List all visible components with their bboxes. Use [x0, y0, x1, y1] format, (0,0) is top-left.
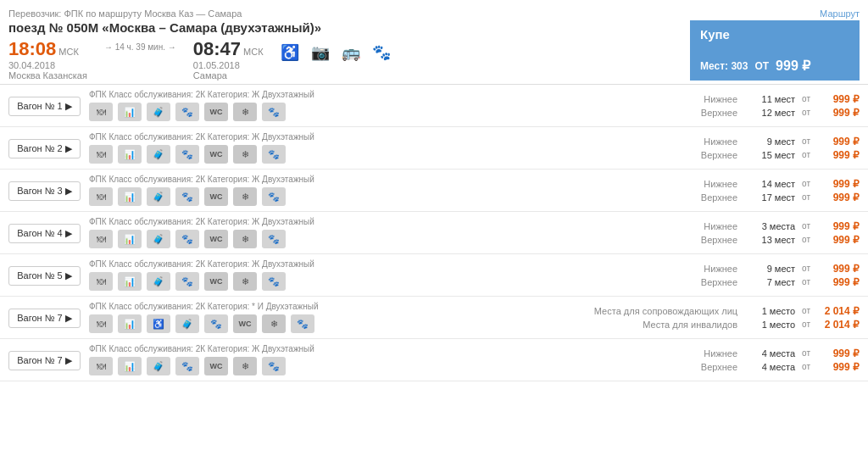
depart-tz: МСК — [58, 47, 79, 57]
wagon-button-5[interactable]: Вагон № 5 ▶ — [8, 266, 81, 286]
from-label: от — [802, 235, 810, 244]
wagon-prices: Места для сопровождающих лиц1 местоот2 0… — [568, 302, 860, 333]
wagon-meta: ФПК Класс обслуживания: 2К Категория: Ж … — [89, 90, 631, 99]
wagon-icon-0: 🍽 — [89, 272, 113, 291]
wagon-icon-1: 📊 — [118, 230, 142, 248]
wagon-row: Вагон № 3 ▶ФПК Класс обслуживания: 2К Ка… — [0, 170, 868, 212]
price-row-1: Места для инвалидов1 местоот2 014 ₽ — [643, 319, 860, 331]
from-label: от — [802, 362, 810, 371]
seat-count: 4 места — [744, 348, 795, 359]
wagon-icon-1: 📊 — [118, 145, 142, 164]
seat-type: Верхнее — [691, 192, 737, 203]
price-row-1: Верхнее15 местот999 ₽ — [691, 149, 860, 161]
wagon-icon-0: 🍽 — [89, 187, 113, 206]
wagon-meta: ФПК Класс обслуживания: 2К Категория: Ж … — [89, 175, 631, 184]
wagon-amenity-icons: 🍽📊🧳🐾WC❄🐾 — [89, 272, 631, 291]
kupe-label: Купе — [700, 27, 730, 42]
price-row-0: Нижнее11 местот999 ₽ — [691, 93, 860, 105]
price-row-1: Верхнее7 местот999 ₽ — [691, 276, 860, 288]
wagon-icon-2: 🧳 — [147, 272, 170, 291]
price-value: 999 ₽ — [817, 136, 860, 147]
seat-count: 9 мест — [744, 264, 795, 274]
wagon-button-2[interactable]: Вагон № 2 ▶ — [8, 139, 81, 158]
wagon-button-3[interactable]: Вагон № 3 ▶ — [8, 181, 81, 201]
wagon-icon-3: 🐾 — [175, 230, 199, 248]
wagon-icon-6: 🐾 — [262, 187, 286, 206]
route-link[interactable]: Маршрут — [820, 8, 860, 19]
from-label: от — [802, 94, 810, 103]
seat-type: Нижнее — [691, 348, 737, 359]
wagon-meta: ФПК Класс обслуживания: 2К Категория: Ж … — [89, 259, 631, 269]
wagon-icon-6: 🐾 — [262, 230, 286, 248]
seat-type: Нижнее — [691, 221, 737, 231]
wagon-row: Вагон № 7 ▶ФПК Класс обслуживания: 2К Ка… — [0, 339, 868, 381]
wagon-button-6[interactable]: Вагон № 7 ▶ — [8, 309, 81, 328]
from-label: от — [802, 136, 810, 146]
wagon-button-7[interactable]: Вагон № 7 ▶ — [8, 351, 81, 370]
wagon-amenity-icons: 🍽📊♿🧳🐾WC❄🐾 — [89, 314, 559, 333]
price-value: 999 ₽ — [817, 276, 860, 288]
wagon-icon-3: 🐾 — [175, 357, 199, 375]
wagon-amenity-icons: 🍽📊🧳🐾WC❄🐾 — [89, 357, 631, 375]
wagon-meta: ФПК Класс обслуживания: 2К Категория: Ж … — [89, 344, 631, 353]
wagon-icon-4: WC — [204, 187, 228, 206]
from-label: от — [802, 348, 810, 358]
wagon-icon-5: ❄ — [233, 145, 257, 164]
price-value: 999 ₽ — [817, 178, 860, 190]
wagon-icon-4: 🐾 — [204, 314, 228, 333]
seat-count: 11 мест — [744, 94, 795, 104]
from-label: от — [802, 264, 810, 273]
seat-type: Места для сопровождающих лиц — [568, 306, 737, 316]
wagon-amenity-icons: 🍽📊🧳🐾WC❄🐾 — [89, 187, 631, 206]
wagon-icon-1: 📊 — [118, 272, 142, 291]
kupe-from: ОТ — [754, 60, 769, 72]
carrier-label: Перевозчик: ФПК по маршруту Москва Каз —… — [8, 8, 242, 19]
seat-type: Верхнее — [691, 235, 737, 245]
seat-type: Нижнее — [691, 179, 737, 189]
wagon-icon-2: 🧳 — [147, 187, 170, 206]
wagon-amenity-icons: 🍽📊🧳🐾WC❄🐾 — [89, 145, 631, 164]
price-value: 999 ₽ — [817, 234, 860, 246]
wagon-icon-7: 🐾 — [291, 314, 314, 333]
seat-type: Места для инвалидов — [643, 320, 737, 330]
wagon-prices: Нижнее4 местаот999 ₽Верхнее4 местаот999 … — [639, 344, 860, 375]
kupe-price: 999 ₽ — [776, 58, 810, 74]
price-row-1: Верхнее17 местот999 ₽ — [691, 192, 860, 203]
from-label: от — [802, 277, 810, 286]
price-row-0: Нижнее3 местаот999 ₽ — [691, 220, 860, 232]
price-value: 999 ₽ — [817, 93, 860, 105]
wagon-icon-6: 🐾 — [262, 145, 286, 164]
seat-count: 17 мест — [744, 192, 795, 203]
price-value: 999 ₽ — [817, 192, 860, 203]
wagon-icon-3: 🧳 — [175, 314, 199, 333]
duration: → 14 ч. 39 мин. → — [104, 42, 176, 52]
wagon-icon-1: 📊 — [118, 103, 142, 121]
seat-type: Нижнее — [691, 136, 737, 147]
wagon-meta: ФПК Класс обслуживания: 2К Категория: Ж … — [89, 217, 631, 226]
wagon-icon-3: 🐾 — [175, 145, 199, 164]
seat-type: Нижнее — [691, 94, 737, 104]
arrive-station: Самара — [193, 70, 264, 81]
wagon-icon-0: 🍽 — [89, 230, 113, 248]
price-value: 999 ₽ — [817, 361, 860, 373]
wagon-icon-2: 🧳 — [147, 357, 170, 375]
seat-type: Верхнее — [691, 362, 737, 372]
wagon-icon-6: 🐾 — [262, 357, 286, 375]
wagon-prices: Нижнее9 местот999 ₽Верхнее7 местот999 ₽ — [639, 259, 860, 291]
amenity-icon-camera: 📷 — [311, 43, 330, 62]
from-label: от — [802, 320, 810, 329]
price-row-0: Нижнее9 местот999 ₽ — [691, 263, 860, 275]
wagon-icon-4: WC — [204, 145, 228, 164]
wagon-button-4[interactable]: Вагон № 4 ▶ — [8, 224, 81, 243]
wagon-prices: Нижнее9 местот999 ₽Верхнее15 местот999 ₽ — [639, 132, 860, 164]
wagon-button-1[interactable]: Вагон № 1 ▶ — [8, 97, 81, 116]
wagon-icon-6: 🐾 — [262, 272, 286, 291]
price-row-1: Верхнее13 местот999 ₽ — [691, 234, 860, 246]
wagon-icon-0: 🍽 — [89, 103, 113, 121]
train-title: поезд № 050М «Москва – Самара (двухэтажн… — [8, 20, 391, 35]
seat-count: 14 мест — [744, 179, 795, 189]
wagon-icon-5: WC — [233, 314, 257, 333]
price-row-0: Нижнее4 местаот999 ₽ — [691, 348, 860, 359]
from-label: от — [802, 179, 810, 188]
price-row-0: Нижнее14 местот999 ₽ — [691, 178, 860, 190]
